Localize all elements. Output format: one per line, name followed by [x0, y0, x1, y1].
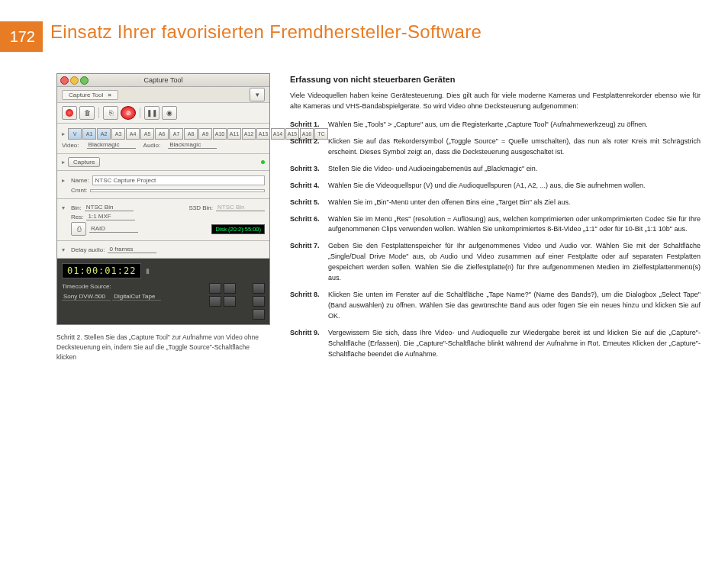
window-title: Capture Tool	[57, 76, 269, 84]
res-menu[interactable]: 1:1 MXF	[86, 213, 135, 220]
track-a9[interactable]: A9	[198, 128, 212, 140]
track-a3[interactable]: A3	[111, 128, 125, 140]
step-text: Wählen Sie „Tools" > „Capture" aus, um d…	[328, 120, 648, 130]
audio-label: Audio:	[143, 142, 161, 149]
track-v[interactable]: V	[68, 128, 82, 140]
transport-button-2[interactable]	[253, 296, 265, 307]
track-a6[interactable]: A6	[155, 128, 169, 140]
step-text: Geben Sie den Festplattenspeicher für Ih…	[328, 241, 701, 284]
timecode-panel: 01:00:01:22 ▮ Timecode Source: Sony DVW-…	[57, 259, 269, 324]
step-label: Schritt 1.	[290, 120, 324, 130]
cmnt-field[interactable]	[90, 189, 265, 192]
expand-icon[interactable]: ▸	[62, 177, 68, 184]
transport-button-1[interactable]	[253, 283, 265, 294]
expand-icon[interactable]: ▸	[62, 159, 68, 166]
delay-label: Delay audio:	[71, 246, 105, 253]
video-input-menu[interactable]: Blackmagic	[87, 141, 136, 149]
step-text: Klicken Sie unten im Fenster auf die Sch…	[328, 290, 701, 322]
step-label: Schritt 7.	[290, 241, 324, 284]
name-field[interactable]: NTSC Capture Project	[92, 175, 265, 185]
step-text: Klicken Sie auf das Rekordersymbol („Tog…	[328, 137, 701, 158]
audio-tool-button[interactable]: ◉	[162, 106, 177, 120]
step-text: Stellen Sie die Video- und Audioeingabem…	[328, 164, 537, 175]
page-title: Einsatz Ihrer favorisierten Fremdherstel…	[50, 21, 482, 52]
track-a5[interactable]: A5	[140, 128, 154, 140]
mark-in-button[interactable]	[209, 283, 221, 294]
step-text: Wählen Sie die Videoquellspur (V) und di…	[328, 181, 646, 191]
figure-caption: Schritt 2. Stellen Sie das „Capture Tool…	[56, 333, 270, 362]
window-menu-icon[interactable]: ▾	[250, 88, 265, 101]
step-text: Wählen Sie im Menü „Res" (resolution = A…	[328, 214, 701, 236]
step-label: Schritt 4.	[290, 181, 324, 191]
step-label: Schritt 8.	[290, 290, 324, 322]
tc-source-label: Timecode Source:	[62, 283, 161, 290]
status-indicator-icon	[261, 160, 265, 164]
track-a2[interactable]: A2	[97, 128, 111, 140]
pause-icon: ❚❚	[147, 109, 157, 117]
cap-mode-button[interactable]: ⎘	[103, 106, 118, 120]
timecode-display: 01:00:01:22	[62, 263, 141, 278]
tab-capture-tool[interactable]: Capture Tool ×	[62, 90, 118, 100]
drive-mode-button[interactable]: ⎙	[71, 222, 86, 236]
dct-menu[interactable]: DigitalCut Tape	[112, 293, 161, 301]
bin-label: Bin:	[71, 204, 82, 211]
expand-icon[interactable]: ▾	[62, 246, 68, 253]
track-a11[interactable]: A11	[227, 128, 241, 140]
record-icon	[66, 109, 73, 117]
s3d-bin-label: S3D Bin:	[188, 204, 213, 211]
disk-status: Disk (20:2):55:00)	[211, 224, 265, 234]
step-label: Schritt 3.	[290, 164, 324, 175]
close-tab-icon[interactable]: ×	[108, 92, 111, 98]
bin-menu[interactable]: NTSC Bin	[85, 204, 134, 211]
capture-button[interactable]: Capture	[68, 157, 100, 167]
track-a10[interactable]: A10	[213, 128, 227, 140]
step-text: Vergewissern Sie sich, dass Ihre Video- …	[328, 328, 701, 360]
step-label: Schritt 9.	[290, 328, 324, 360]
record-button[interactable]	[62, 106, 77, 120]
toggle-source-button[interactable]: ⊘	[121, 106, 136, 120]
track-selector[interactable]: V A1 A2 A3 A4 A5 A6 A7 A8 A9 A10 A11 A12…	[68, 128, 328, 140]
track-a12[interactable]: A12	[242, 128, 256, 140]
s3d-bin-menu[interactable]: NTSC Bin	[216, 204, 265, 211]
pause-button[interactable]: ❚❚	[144, 106, 159, 120]
tc-source-menu[interactable]: Sony DVW-500	[62, 293, 111, 301]
delay-menu[interactable]: 0 frames	[108, 246, 156, 253]
track-a7[interactable]: A7	[169, 128, 183, 140]
article-intro: Viele Videoquellen haben keine Geräteste…	[290, 91, 701, 112]
video-label: Video:	[62, 142, 79, 149]
trash-button[interactable]: 🗑	[79, 106, 95, 120]
cmnt-label: Cmnt:	[71, 187, 87, 194]
name-label: Name:	[71, 177, 89, 184]
track-a1[interactable]: A1	[82, 128, 96, 140]
track-a14[interactable]: A14	[271, 128, 285, 140]
step-text: Wählen Sie im „Bin"-Menü unter den offen…	[328, 198, 570, 208]
track-a4[interactable]: A4	[126, 128, 140, 140]
article-subtitle: Erfassung von nicht steuerbaren Geräten	[290, 73, 701, 86]
expand-icon[interactable]: ▸	[62, 130, 65, 137]
transport-button-3[interactable]	[253, 309, 265, 320]
page-number: 172	[0, 21, 43, 52]
tab-label: Capture Tool	[69, 92, 103, 98]
audio-input-menu[interactable]: Blackmagic	[168, 141, 217, 149]
track-a8[interactable]: A8	[184, 128, 198, 140]
raid-menu[interactable]: RAID	[89, 225, 138, 233]
mark-out-button[interactable]	[224, 283, 236, 294]
window-titlebar: Capture Tool	[57, 74, 269, 87]
expand-icon[interactable]: ▾	[62, 204, 68, 211]
article-body: Erfassung von nicht steuerbaren Geräten …	[290, 73, 701, 366]
go-out-button[interactable]	[224, 296, 236, 307]
step-label: Schritt 5.	[290, 198, 324, 208]
step-label: Schritt 2.	[290, 137, 324, 158]
step-label: Schritt 6.	[290, 214, 324, 236]
go-in-button[interactable]	[209, 296, 221, 307]
res-label: Res:	[71, 214, 83, 220]
capture-tool-window: Capture Tool Capture Tool × ▾ 🗑 ⎘ ⊘ ❚❚	[56, 73, 270, 325]
track-a13[interactable]: A13	[256, 128, 270, 140]
